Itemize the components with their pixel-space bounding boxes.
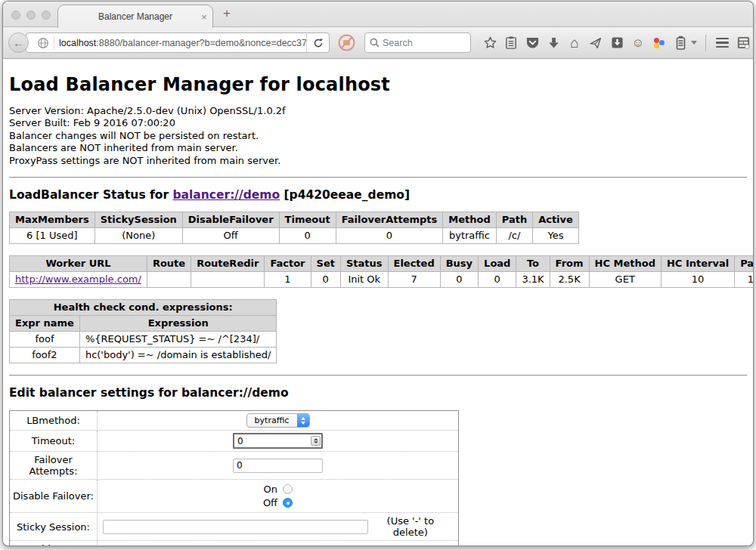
cell-disablefailover: Off	[182, 228, 279, 244]
table-row: foof2 hc('body') =~ /domain is establish…	[10, 348, 277, 363]
tab-close-icon[interactable]: ×	[196, 11, 212, 23]
column-header: StickySession	[94, 212, 182, 228]
tab-title: Balancer Manager	[58, 11, 196, 22]
cell-stickysession: (None)	[94, 228, 182, 244]
new-tab-button[interactable]: +	[218, 6, 236, 21]
column-header: HC Interval	[661, 256, 734, 272]
menu-hamburger-icon[interactable]	[711, 32, 733, 54]
failover-attempts-label: Failover Attempts:	[10, 452, 98, 480]
failover-attempts-input[interactable]	[233, 459, 323, 473]
disable-failover-label: Disable Failover:	[10, 480, 98, 513]
sticky-session-input[interactable]	[103, 520, 368, 534]
worker-url-link[interactable]: http://www.example.com/	[15, 273, 141, 285]
column-header: HC Method	[589, 256, 661, 272]
form-row-sticky-session: Sticky Session: (Use '-' to delete)	[10, 513, 459, 541]
table-row: foof %{REQUEST_STATUS} =~ /^[234]/	[10, 332, 277, 348]
home-icon[interactable]: ⌂	[564, 32, 585, 54]
balancer-demo-link[interactable]: balancer://demo	[172, 188, 280, 202]
proxypass-note: ProxyPass settings are NOT inherited fro…	[9, 155, 747, 167]
table-row: http://www.example.com/ 1 0 Init Ok 7 0 …	[10, 272, 754, 288]
sticky-session-label: Sticky Session:	[10, 513, 98, 541]
close-window-button[interactable]	[11, 11, 20, 20]
url-text[interactable]: localhost:8880/balancer-manager?b=demo&n…	[59, 38, 306, 48]
url-divider	[54, 36, 54, 49]
worker-table: Worker URL Route RouteRedir Factor Set S…	[9, 255, 753, 288]
server-version: Server Version: Apache/2.5.0-dev (Unix) …	[9, 105, 747, 117]
column-header: FailoverAttempts	[336, 212, 443, 228]
save-to-device-icon[interactable]	[606, 32, 627, 54]
search-input[interactable]	[383, 38, 466, 48]
table-header-row: MaxMembers StickySession DisableFailover…	[10, 212, 579, 228]
back-arrow-icon: ←	[13, 36, 24, 49]
send-tab-icon[interactable]	[585, 32, 606, 54]
browser-window: Balancer Manager × + localhost:8880/bala…	[2, 1, 754, 546]
battery-panel-icon[interactable]	[670, 32, 691, 54]
lbmethod-label: LBmethod:	[10, 411, 98, 431]
reload-button[interactable]	[306, 33, 329, 52]
health-check-table: Health check cond. expressions: Expr nam…	[9, 299, 277, 363]
cell-busy: 0	[440, 272, 478, 288]
container-colors-icon[interactable]	[649, 32, 670, 54]
column-header: Passes	[735, 256, 753, 272]
lbmethod-select[interactable]: bytraffic	[246, 413, 310, 428]
column-header: Method	[443, 212, 496, 228]
disable-failover-off-radio[interactable]	[283, 498, 293, 508]
content-blocked-icon[interactable]	[338, 34, 355, 51]
column-header: To	[516, 256, 550, 272]
forget-smiley-icon[interactable]: ☺	[627, 32, 649, 54]
cell-path: /c/	[496, 228, 532, 244]
cell-elected: 7	[388, 272, 440, 288]
navigation-toolbar: localhost:8880/balancer-manager?b=demo&n…	[3, 27, 753, 59]
column-header: Load	[479, 256, 516, 272]
inherit-note: Balancers are NOT inherited from main se…	[9, 142, 747, 154]
divider	[9, 375, 747, 376]
status-heading-suffix: [p4420eeae_demo]	[280, 188, 410, 202]
back-button[interactable]: ←	[8, 32, 29, 53]
cell-timeout: 0	[279, 228, 336, 244]
cell-from: 2.5K	[550, 272, 589, 288]
form-row-lbmethod: LBmethod: bytraffic	[10, 411, 459, 431]
extension-grid-icon[interactable]	[733, 32, 754, 54]
add-worker-label: Add New Worker:	[10, 541, 98, 545]
chevron-down-icon[interactable]	[691, 41, 697, 45]
cell-expression: hc('body') =~ /domain is established/	[79, 348, 277, 363]
cell-load: 0	[479, 272, 516, 288]
column-header: Expression	[79, 316, 277, 332]
cell-failoverattempts: 0	[336, 228, 443, 244]
reading-list-icon[interactable]	[500, 32, 522, 54]
table-header-row: Worker URL Route RouteRedir Factor Set S…	[10, 256, 754, 272]
column-header: Set	[311, 256, 340, 272]
radio-off-label: Off	[263, 497, 277, 508]
downloads-icon[interactable]	[543, 32, 564, 54]
column-header: Busy	[440, 256, 478, 272]
column-header: Worker URL	[10, 256, 147, 272]
sticky-session-hint: (Use '-' to delete)	[368, 515, 453, 538]
zoom-window-button[interactable]	[42, 11, 51, 20]
status-heading-prefix: LoadBalancer Status for	[9, 188, 172, 202]
url-bar[interactable]: localhost:8880/balancer-manager?b=demo&n…	[26, 32, 330, 53]
column-header: Factor	[265, 256, 311, 272]
edit-balancer-form: LBmethod: bytraffic Timeout:	[9, 410, 459, 545]
column-header: Status	[340, 256, 388, 272]
search-bar[interactable]	[364, 32, 471, 53]
globe-icon	[37, 37, 49, 49]
pocket-icon[interactable]	[522, 32, 543, 54]
timeout-input[interactable]	[233, 433, 323, 449]
minimize-window-button[interactable]	[26, 11, 36, 20]
bookmark-star-icon[interactable]	[479, 32, 500, 54]
column-header: Active	[533, 212, 579, 228]
disable-failover-on-radio[interactable]	[283, 484, 293, 494]
column-header: From	[550, 256, 589, 272]
persist-note: Balancer changes will NOT be persisted o…	[9, 130, 747, 142]
table-header-row: Expr name Expression	[10, 316, 277, 332]
select-stepper-icon	[297, 414, 309, 427]
number-spinner-icon[interactable]	[311, 436, 321, 446]
cell-hc-interval: 10	[661, 272, 734, 288]
cell-expr-name: foof2	[10, 348, 80, 363]
cell-active: Yes	[533, 228, 579, 244]
form-row-failover-attempts: Failover Attempts:	[10, 452, 459, 480]
tab-balancer-manager[interactable]: Balancer Manager ×	[57, 5, 213, 28]
column-header: Elected	[388, 256, 440, 272]
url-host: localhost	[59, 38, 96, 48]
cell-method: bytraffic	[443, 228, 496, 244]
